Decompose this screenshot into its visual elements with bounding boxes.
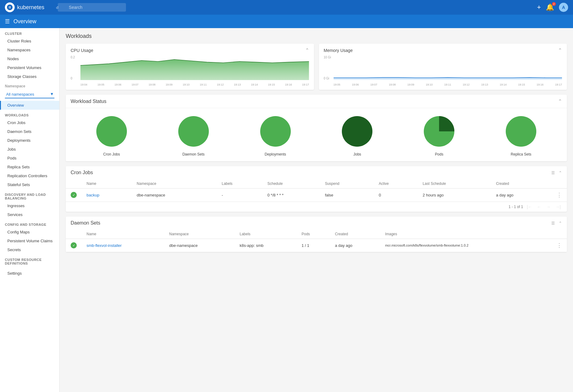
- row-more-button[interactable]: ⋮: [556, 192, 562, 198]
- discovery-section-header: Discovery and Load Balancing: [0, 189, 59, 201]
- sidebar-item-ingresses[interactable]: Ingresses: [0, 201, 59, 210]
- ds-col-pods: Pods: [297, 229, 330, 239]
- sidebar-item-deployments[interactable]: Deployments: [0, 136, 59, 145]
- search-wrapper: ☌: [53, 3, 181, 12]
- add-button[interactable]: +: [537, 3, 541, 11]
- kubernetes-logo: [5, 2, 15, 12]
- ds-row-name-link[interactable]: smb-flexvol-installer: [87, 243, 122, 248]
- row-last-schedule-cell: 2 hours ago: [418, 189, 491, 202]
- sidebar-item-secrets[interactable]: Secrets: [0, 245, 59, 254]
- cpu-chart-collapse-button[interactable]: ⌃: [305, 47, 309, 53]
- sidebar-item-stateful-sets[interactable]: Stateful Sets: [0, 180, 59, 189]
- sidebar-item-pods[interactable]: Pods: [0, 154, 59, 163]
- workload-status-card: Workload Status ⌃ Cron Jobs Daemon Sets: [66, 95, 567, 161]
- sidebar-item-cron-jobs[interactable]: Cron Jobs: [0, 118, 59, 127]
- donut-deployments: Deployments: [257, 113, 294, 156]
- sidebar-item-jobs[interactable]: Jobs: [0, 145, 59, 154]
- ds-row-labels-cell: k8s-app: smb: [235, 239, 297, 252]
- row-active-cell: 0: [374, 189, 418, 202]
- memory-chart-collapse-button[interactable]: ⌃: [558, 47, 562, 53]
- cluster-section-header: Cluster: [0, 28, 59, 37]
- table-row: ✓ backup dbe-namespace - 0 */8 * * * fal…: [66, 189, 567, 202]
- filter-icon[interactable]: ☰: [551, 170, 555, 175]
- sidebar-item-cluster-roles[interactable]: Cluster Roles: [0, 37, 59, 46]
- cron-jobs-table-title: Cron Jobs: [71, 170, 93, 175]
- donut-replica-sets: Replica Sets: [503, 113, 539, 156]
- main-layout: Cluster Cluster Roles Namespaces Nodes P…: [0, 28, 573, 392]
- svg-point-2: [96, 116, 127, 147]
- sidebar-item-overview[interactable]: Overview: [0, 101, 59, 110]
- donut-deployments-label: Deployments: [265, 152, 286, 156]
- pagination-prev-button[interactable]: ←: [536, 204, 542, 210]
- sidebar-item-settings[interactable]: Settings: [0, 269, 59, 278]
- namespace-select[interactable]: All namespaces: [5, 91, 54, 98]
- cpu-y-labels: 0.2 0: [71, 56, 80, 80]
- sidebar-item-namespaces[interactable]: Namespaces: [0, 46, 59, 54]
- row-name-cell: backup: [82, 189, 132, 202]
- donut-replica-sets-label: Replica Sets: [511, 152, 531, 156]
- daemon-sets-actions: ☰ ⌃: [551, 221, 562, 225]
- ds-col-images: Images: [380, 229, 552, 239]
- config-section-header: Config and Storage: [0, 219, 59, 228]
- sidebar-item-config-maps[interactable]: Config Maps: [0, 228, 59, 236]
- sidebar-item-replica-sets[interactable]: Replica Sets: [0, 163, 59, 171]
- svg-point-5: [342, 116, 372, 147]
- row-more-cell: ⋮: [552, 189, 567, 202]
- ds-col-labels: Labels: [235, 229, 297, 239]
- top-nav: kubernetes ☌ + 🔔 2 A: [0, 0, 573, 15]
- daemon-sets-filter-icon[interactable]: ☰: [551, 221, 555, 225]
- ds-col-actions: [552, 229, 567, 239]
- user-avatar-button[interactable]: A: [559, 3, 568, 12]
- memory-chart-inner: [334, 56, 562, 80]
- pagination-info: 1 - 1 of 1: [508, 205, 523, 209]
- row-created-cell: a day ago: [491, 189, 552, 202]
- ds-row-namespace-cell: dbe-namespace: [164, 239, 235, 252]
- table-row: ✓ smb-flexvol-installer dbe-namespace k8…: [66, 239, 567, 252]
- row-schedule-cell: 0 */8 * * *: [263, 189, 320, 202]
- hamburger-menu-button[interactable]: ☰: [5, 18, 10, 25]
- sidebar-item-daemon-sets[interactable]: Daemon Sets: [0, 127, 59, 136]
- crd-section-header: Custom Resource Definitions: [0, 254, 59, 266]
- daemon-sets-table-title: Daemon Sets: [71, 220, 100, 226]
- ds-row-more-cell: ⋮: [552, 239, 567, 252]
- notification-badge: 2: [552, 2, 556, 6]
- sidebar-item-nodes[interactable]: Nodes: [0, 54, 59, 63]
- main-content: Workloads CPU Usage ⌃ 0.2 0: [60, 28, 573, 392]
- ds-col-status: [66, 229, 82, 239]
- ds-col-created: Created: [330, 229, 380, 239]
- cron-jobs-actions: ☰ ⌃: [551, 170, 562, 175]
- row-namespace-cell: dbe-namespace: [132, 189, 217, 202]
- memory-y-max: 10 Gi: [324, 56, 333, 59]
- memory-chart-title: Memory Usage: [324, 48, 353, 53]
- workload-status-collapse-button[interactable]: ⌃: [558, 98, 562, 104]
- donut-jobs-label: Jobs: [353, 152, 361, 156]
- cpu-chart-area: 0.2 0: [71, 56, 309, 86]
- col-schedule: Schedule: [263, 179, 320, 189]
- sidebar-item-services[interactable]: Services: [0, 210, 59, 219]
- col-namespace: Namespace: [132, 179, 217, 189]
- row-status-cell: ✓: [66, 189, 82, 202]
- donut-pods-label: Pods: [435, 152, 443, 156]
- cron-jobs-collapse-icon[interactable]: ⌃: [559, 170, 562, 175]
- col-labels: Labels: [217, 179, 263, 189]
- sidebar-item-persistent-volume-claims[interactable]: Persistent Volume Claims: [0, 236, 59, 245]
- memory-chart-card: Memory Usage ⌃ 10 Gi 0 Gi: [319, 44, 567, 90]
- pagination-next-button[interactable]: →: [545, 204, 552, 210]
- logo-area: kubernetes: [5, 2, 44, 12]
- pagination-last-button[interactable]: →|: [554, 204, 562, 210]
- sidebar-item-persistent-volumes[interactable]: Persistent Volumes: [0, 63, 59, 72]
- pagination-first-button[interactable]: |←: [526, 204, 534, 210]
- row-name-link[interactable]: backup: [87, 193, 99, 197]
- donut-cron-jobs: Cron Jobs: [93, 113, 130, 156]
- ds-col-name: Name: [82, 229, 164, 239]
- cpu-chart-inner: [80, 56, 309, 80]
- col-actions: [552, 179, 567, 189]
- notifications-button[interactable]: 🔔 2: [546, 3, 554, 11]
- svg-point-4: [260, 116, 291, 147]
- search-input[interactable]: [58, 3, 126, 12]
- sidebar-item-storage-classes[interactable]: Storage Classes: [0, 72, 59, 81]
- ds-row-more-button[interactable]: ⋮: [556, 242, 562, 249]
- sidebar-item-replication-controllers[interactable]: Replication Controllers: [0, 171, 59, 180]
- ds-status-ok-icon: ✓: [71, 242, 77, 248]
- daemon-sets-collapse-icon[interactable]: ⌃: [559, 221, 562, 225]
